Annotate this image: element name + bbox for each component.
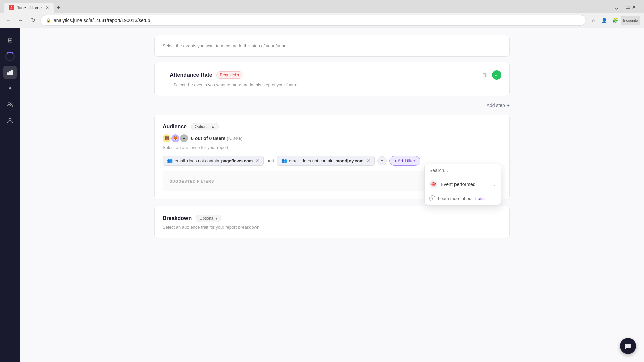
badge-chevron: ▾ (237, 73, 239, 77)
step-subtitle: Select the events you want to measure in… (173, 82, 501, 87)
svg-rect-0 (7, 72, 9, 75)
extensions-btn[interactable]: 🧩 (610, 16, 620, 25)
expand-icon: ⌄ (492, 182, 496, 187)
required-label: Required (220, 73, 236, 77)
filter2-icon: 👥 (281, 158, 287, 163)
users-count-text: 0 out of 0 users (191, 136, 225, 141)
filter2-operator: does not contain (302, 158, 333, 163)
main-content: Select the events you want to measure in… (20, 28, 644, 362)
tab-close-btn[interactable]: ✕ (46, 5, 49, 10)
chat-button[interactable] (620, 338, 636, 354)
drag-handle[interactable]: ≡ (163, 72, 166, 78)
filter-dropdown: 🎯 Event performed ⌄ ? Learn more about t… (424, 164, 501, 205)
filter1-value: pageflows.com (221, 158, 253, 163)
filter2-field: email (289, 158, 300, 163)
filter2-remove[interactable]: ✕ (366, 158, 370, 163)
traits-link[interactable]: traits (475, 196, 485, 201)
audience-title: Audience (163, 124, 187, 130)
event-label: Event performed (441, 182, 476, 187)
sidebar-item-reports[interactable] (3, 66, 17, 79)
refresh-btn[interactable]: ↻ (28, 16, 38, 25)
sidebar-item-sparkle[interactable]: ✦ (3, 82, 17, 95)
profile-btn[interactable]: 👤 (599, 16, 609, 25)
sidebar: ⊞ ✦ (0, 28, 20, 362)
attendance-rate-card: ≡ Attendance Rate Required ▾ 🗑 ✓ Select … (154, 62, 510, 96)
breakdown-card: Breakdown Optional ▾ Select an audience … (154, 206, 510, 238)
user-icon-3: ≡ (180, 134, 188, 142)
minimize-btn[interactable]: ─ (620, 4, 624, 11)
browser-chrome: J June - Home ✕ + ⌄ ─ ▭ ✕ ← → ↻ 🔒 analyt… (0, 0, 644, 28)
audience-hint: Select an audience for your report (163, 145, 501, 150)
breakdown-optional-label: Optional (199, 216, 214, 221)
step-title: Attendance Rate (170, 72, 212, 78)
bookmark-btn[interactable]: ☆ (589, 16, 598, 25)
filter1-remove[interactable]: ✕ (255, 158, 259, 163)
add-step-row: Add step + (154, 103, 510, 108)
svg-rect-1 (9, 71, 11, 75)
sidebar-item-team[interactable] (3, 114, 17, 127)
back-btn[interactable]: ← (4, 16, 13, 25)
url-text: analytics.june.so/a/14631/report/190013/… (54, 18, 150, 23)
sidebar-item-home[interactable]: ⊞ (3, 34, 17, 47)
svg-point-4 (11, 103, 12, 105)
tab-bar: J June - Home ✕ + ⌄ ─ ▭ ✕ (0, 0, 644, 13)
svg-point-3 (8, 103, 10, 105)
learn-more-row[interactable]: ? Learn more about traits (425, 192, 501, 205)
add-step-button[interactable]: Add step + (487, 103, 510, 108)
forward-btn[interactable]: → (16, 16, 25, 25)
breakdown-chevron: ▾ (216, 217, 217, 220)
required-badge[interactable]: Required ▾ (216, 71, 243, 79)
users-icon (7, 101, 13, 108)
add-step-plus: + (507, 103, 510, 108)
users-nan: (NaN%) (227, 136, 242, 141)
tab-title: June - Home (17, 5, 42, 10)
new-tab-btn[interactable]: + (54, 3, 63, 12)
user-icon-1: 🐻 (163, 134, 171, 142)
filter1-icon: 👥 (167, 158, 173, 163)
sidebar-spinner (5, 52, 15, 61)
delete-btn[interactable]: 🗑 (482, 72, 488, 79)
content-inner: Select the events you want to measure in… (148, 28, 517, 251)
reports-icon (7, 69, 13, 76)
user-icon-2: 🦊 (171, 134, 179, 142)
sidebar-spinner-item (3, 50, 17, 63)
step1-card-top: Select the events you want to measure in… (154, 35, 510, 57)
suggested-label: SUGGESTED FILTERS (170, 179, 214, 183)
add-step-label: Add step (487, 103, 505, 108)
breakdown-header: Breakdown Optional ▾ (163, 215, 501, 222)
event-icon: 🎯 (429, 180, 437, 188)
add-filter-label: + Add filter (394, 158, 415, 163)
dropdown-item-event[interactable]: 🎯 Event performed ⌄ (425, 177, 501, 192)
filter1-operator: does not contain (187, 158, 219, 163)
sidebar-item-users[interactable] (3, 98, 17, 111)
address-bar[interactable]: 🔒 analytics.june.so/a/14631/report/19001… (40, 15, 586, 26)
dropdown-search-input[interactable] (429, 168, 496, 173)
audience-card: Audience Optional ▲ 🐻 🦊 ≡ 0 out of 0 use… (154, 115, 510, 199)
filter-tag-1[interactable]: 👥 email does not contain pageflows.com ✕ (163, 156, 264, 166)
filter-tag-2[interactable]: 👥 email does not contain moodjoy.com ✕ (277, 156, 375, 166)
nav-actions: ☆ 👤 🧩 Incognito (589, 16, 640, 25)
tab-list-btn[interactable]: ⌄ (614, 4, 619, 11)
card-actions: 🗑 ✓ (482, 70, 501, 80)
svg-rect-2 (11, 70, 13, 75)
dropdown-search (425, 164, 501, 177)
maximize-btn[interactable]: ▭ (625, 4, 630, 11)
filter-plus-btn[interactable]: + (377, 156, 387, 165)
step1-top-subtitle: Select the events you want to measure in… (163, 43, 501, 48)
check-circle: ✓ (492, 70, 501, 80)
optional-badge[interactable]: Optional ▲ (191, 123, 219, 130)
breakdown-title: Breakdown (163, 215, 192, 221)
filter2-value: moodjoy.com (335, 158, 364, 163)
breakdown-optional-badge[interactable]: Optional ▾ (196, 215, 221, 222)
active-tab[interactable]: J June - Home ✕ (4, 3, 54, 13)
chat-icon (624, 342, 632, 350)
learn-more-text: Learn more about (438, 196, 473, 201)
card-header: ≡ Attendance Rate Required ▾ 🗑 ✓ (163, 70, 501, 80)
audience-header: Audience Optional ▲ (163, 123, 501, 130)
users-count: 0 out of 0 users (NaN%) (191, 136, 243, 141)
optional-chevron: ▲ (211, 124, 215, 129)
incognito-badge: Incognito (621, 16, 640, 25)
lock-icon: 🔒 (46, 18, 51, 23)
add-filter-button[interactable]: + Add filter (389, 156, 420, 166)
close-btn[interactable]: ✕ (632, 4, 636, 11)
